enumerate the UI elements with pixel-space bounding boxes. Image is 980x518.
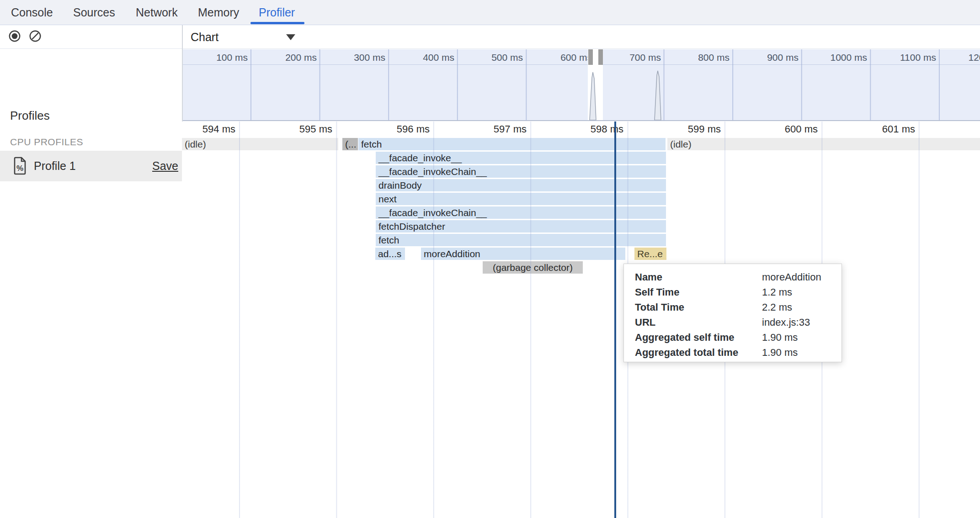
flame-bar-garbage-collector[interactable]: (garbage collector) [483, 261, 583, 274]
ruler-tick-label: 596 ms [361, 123, 430, 135]
tooltip-value: moreAddition [762, 270, 821, 285]
flame-bar-program[interactable]: (... [342, 138, 358, 150]
ruler-tick-label: 598 ms [555, 123, 623, 135]
view-mode-select[interactable]: Chart [186, 25, 305, 49]
tooltip-value: 1.90 ms [762, 330, 798, 345]
frame-tooltip: Name moreAddition Self Time 1.2 ms Total… [623, 264, 842, 362]
devtools-tab-bar: Console Sources Network Memory Profiler [0, 0, 980, 25]
profiler-panel: Console Sources Network Memory Profiler … [0, 0, 980, 518]
profiler-toolbar [0, 25, 980, 49]
tab-memory[interactable]: Memory [198, 0, 239, 25]
flame-bar-hovered[interactable]: Re...e [634, 248, 666, 260]
current-time-marker [614, 122, 616, 518]
profile-document-icon: % [14, 157, 27, 177]
ruler-tick-label: 595 ms [264, 123, 332, 135]
active-tab-underline [250, 22, 304, 24]
flame-bar-facade-invoke[interactable]: __facade_invoke__ [376, 152, 666, 164]
dropdown-arrow-icon [286, 34, 295, 40]
flame-bar-next[interactable]: next [376, 193, 666, 205]
profile-name: Profile 1 [34, 151, 76, 181]
tab-profiler[interactable]: Profiler [259, 0, 295, 25]
clear-button[interactable] [29, 30, 42, 44]
flame-bar-fetchdispatcher[interactable]: fetchDispatcher [376, 220, 666, 233]
profiles-sidebar: Profiles CPU PROFILES % Profile 1 Save [0, 49, 182, 518]
flame-bar-drainbody[interactable]: drainBody [376, 179, 666, 191]
flame-bar-moreaddition[interactable]: moreAddition [421, 248, 625, 260]
tooltip-row: Aggregated self time 1.90 ms [624, 330, 842, 345]
flame-bar-fetch-inner[interactable]: fetch [376, 234, 666, 246]
flame-bar-facade-invokechain[interactable]: __facade_invokeChain__ [376, 165, 666, 178]
timeline-overview[interactable]: 100 ms 200 ms 300 ms 400 ms 500 ms 600 m… [183, 49, 980, 121]
cpu-profiles-section-heading: CPU PROFILES [10, 137, 83, 148]
tooltip-label: Aggregated total time [635, 345, 738, 360]
tooltip-value: 1.2 ms [762, 285, 792, 300]
tooltip-label: URL [635, 315, 655, 330]
ruler-tick-label: 601 ms [847, 123, 915, 135]
tooltip-row: Self Time 1.2 ms [624, 285, 842, 300]
ruler-tick-label: 600 ms [749, 123, 818, 135]
flame-bar-facade-invokechain[interactable]: __facade_invokeChain__ [376, 206, 666, 219]
tooltip-row: Aggregated total time 1.90 ms [624, 345, 842, 360]
tooltip-row: Name moreAddition [624, 270, 842, 285]
tooltip-value: 2.2 ms [762, 300, 792, 315]
tooltip-label: Aggregated self time [635, 330, 735, 345]
selection-right-handle[interactable] [598, 49, 603, 65]
ruler-tick-label: 594 ms [182, 123, 235, 135]
tooltip-label: Name [635, 270, 662, 285]
ruler-tick-label: 597 ms [458, 123, 527, 135]
flame-bar-additions[interactable]: ad...s [375, 248, 405, 260]
cpu-activity-spikes [183, 49, 980, 120]
clear-icon [29, 36, 42, 44]
tooltip-value: index.js:33 [762, 315, 810, 330]
svg-text:%: % [16, 164, 23, 173]
flame-bar-idle[interactable]: (idle) [667, 138, 980, 150]
tooltip-row: Total Time 2.2 ms [624, 300, 842, 315]
selection-left-handle[interactable] [588, 49, 593, 65]
tooltip-label: Total Time [635, 300, 684, 315]
tab-sources[interactable]: Sources [73, 0, 115, 25]
save-profile-link[interactable]: Save [152, 151, 178, 181]
flame-chart-pane: 594 ms 595 ms 596 ms 597 ms 598 ms 599 m… [182, 122, 980, 518]
ruler-tick-label: 599 ms [652, 123, 721, 135]
record-button[interactable] [9, 30, 21, 44]
tab-console[interactable]: Console [11, 0, 53, 25]
profiles-heading: Profiles [10, 109, 50, 123]
record-icon [9, 36, 21, 43]
tooltip-row: URL index.js:33 [624, 315, 842, 330]
tooltip-value: 1.90 ms [762, 345, 798, 360]
view-mode-value: Chart [191, 25, 218, 49]
tab-network[interactable]: Network [136, 0, 178, 25]
flame-bar-idle[interactable]: (idle) [182, 138, 338, 150]
sidebar-item-profile-1[interactable]: % Profile 1 Save [0, 151, 182, 181]
flame-bar-fetch[interactable]: fetch [358, 138, 666, 150]
tooltip-label: Self Time [635, 285, 679, 300]
